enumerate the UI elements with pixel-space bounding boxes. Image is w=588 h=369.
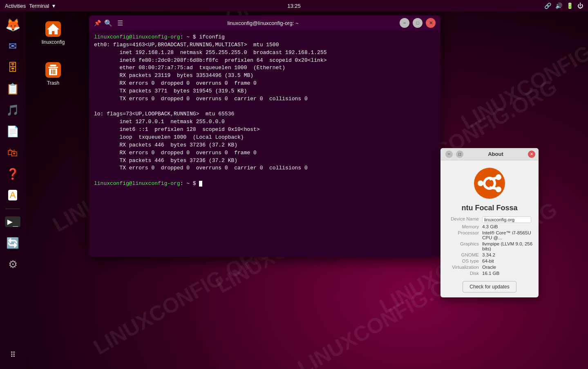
- terminal-line-1: linuxconfig@linuxconfig-org: ~ $ ifconfi…: [94, 34, 436, 41]
- graphics-row: Graphics llvmpipe (LLVM 9.0, 256 bits): [445, 241, 534, 251]
- dock-item-firefox[interactable]: 🦊: [3, 16, 22, 34]
- system-menu-icon[interactable]: ⏻: [577, 2, 583, 9]
- terminal-line-6: RX packets 23119 bytes 33534496 (33.5 MB…: [94, 72, 436, 80]
- disk-row: Disk 16.1 GB: [445, 271, 534, 276]
- close-button[interactable]: ✕: [426, 18, 436, 28]
- processor-row: Processor Intel® Core™ i7-8565U CPU @...: [445, 230, 534, 240]
- minimize-button[interactable]: −: [400, 18, 409, 28]
- gnome-label: GNOME: [445, 252, 482, 257]
- dock-item-docs[interactable]: 📄: [3, 122, 22, 141]
- terminal-line-5: ether 08:00:27:a7:75:ad txqueuelen 1000 …: [94, 64, 436, 72]
- terminal-menu-label[interactable]: Terminal: [29, 3, 49, 9]
- ubuntu-logo: [473, 167, 506, 200]
- terminal-line-12: inet 127.0.0.1 netmask 255.0.0.0: [94, 118, 436, 126]
- hamburger-icon[interactable]: ☰: [117, 19, 123, 27]
- pin-icon: 📌: [94, 20, 101, 26]
- dock-item-notes[interactable]: 📋: [3, 79, 22, 98]
- dock-item-amazon[interactable]: A: [3, 186, 22, 205]
- about-titlebar: − □ About ✕: [440, 148, 539, 160]
- maximize-button[interactable]: □: [413, 18, 423, 28]
- terminal-line-2: eth0: flags=4163<UP,BROADCAST,RUNNING,MU…: [94, 41, 436, 49]
- dock-item-appgrid[interactable]: ⠿: [3, 345, 22, 364]
- graphics-value: llvmpipe (LLVM 9.0, 256 bits): [482, 241, 534, 251]
- dock-item-terminal[interactable]: ▶_: [3, 212, 22, 231]
- dock-item-files[interactable]: 🗄: [3, 58, 22, 77]
- processor-value: Intel® Core™ i7-8565U CPU @...: [482, 230, 534, 240]
- search-icon[interactable]: 🔍: [104, 19, 112, 27]
- terminal-line-3: inet 192.168.1.28 netmask 255.255.255.0 …: [94, 49, 436, 57]
- svg-line-16: [490, 187, 496, 189]
- dock-divider: [5, 209, 20, 209]
- terminal-window-controls: − □ ✕: [400, 18, 436, 28]
- trash-label: Trash: [47, 80, 59, 86]
- topbar: Activities Terminal ▾ 13:25 🔗 🔊 🔋 ⏻: [0, 0, 588, 11]
- terminal-window: 📌 🔍 ☰ linuxconfig@linuxconfig-org: ~ − □…: [89, 16, 440, 257]
- terminal-line-8: TX packets 3771 bytes 319545 (319.5 KB): [94, 88, 436, 95]
- processor-label: Processor: [445, 230, 482, 235]
- cursor: [199, 181, 202, 187]
- dock-item-help[interactable]: ❓: [3, 164, 22, 183]
- about-maximize-button[interactable]: □: [456, 151, 463, 158]
- os-type-value: 64-bit: [482, 259, 534, 263]
- device-name-input[interactable]: [482, 216, 531, 223]
- chevron-down-icon: ▾: [52, 2, 55, 9]
- battery-icon[interactable]: 🔋: [566, 2, 573, 9]
- trash-icon: [44, 61, 63, 79]
- dock: 🦊 ✉ 🗄 📋 🎵 📄 🛍 ❓ A ▶_ 🔄 ⚙ ⠿: [0, 11, 25, 369]
- terminal-line-11: lo: flags=73<UP,LOOPBACK,RUNNING> mtu 65…: [94, 110, 436, 118]
- memory-value: 4.3 GiB: [482, 224, 534, 229]
- disk-label: Disk: [445, 271, 482, 276]
- topbar-time: 13:25: [287, 3, 301, 9]
- terminal-line-9: TX errors 0 dropped 0 overruns 0 carrier…: [94, 95, 436, 103]
- terminal-line-15: RX packets 446 bytes 37236 (37.2 KB): [94, 142, 436, 149]
- about-dialog: − □ About ✕ ntu Focal Fossa Device Name …: [440, 148, 539, 297]
- memory-label: Memory: [445, 224, 482, 229]
- desktop-icon-linuxconfig[interactable]: linuxconfig: [37, 20, 69, 45]
- desktop-icon-trash[interactable]: Trash: [37, 61, 69, 86]
- about-title: About: [463, 151, 528, 157]
- device-name-row: Device Name: [445, 216, 534, 223]
- check-updates-button[interactable]: Check for updates: [463, 281, 516, 292]
- terminal-prompt: linuxconfig@linuxconfig-org: ~ $: [94, 180, 436, 188]
- about-minimize-button[interactable]: −: [445, 151, 453, 158]
- about-body: ntu Focal Fossa Device Name Memory 4.3 G…: [440, 160, 539, 297]
- terminal-line-4: inet6 fe80::2dc0:208f:6d8b:f8fc prefixle…: [94, 57, 436, 65]
- about-os-name: ntu Focal Fossa: [461, 204, 517, 212]
- activities-label[interactable]: Activities: [5, 3, 26, 9]
- terminal-line-16: RX errors 0 dropped 0 overruns 0 frame 0: [94, 149, 436, 157]
- dock-item-appstore[interactable]: 🛍: [3, 143, 22, 162]
- gnome-value: 3.34.2: [482, 252, 534, 257]
- svg-point-11: [485, 179, 494, 187]
- volume-icon[interactable]: 🔊: [555, 2, 562, 9]
- topbar-right: 🔗 🔊 🔋 ⏻: [544, 2, 583, 9]
- terminal-line-17: TX packets 446 bytes 37236 (37.2 KB): [94, 157, 436, 165]
- about-close-button[interactable]: ✕: [528, 151, 535, 158]
- device-name-label: Device Name: [445, 216, 482, 221]
- terminal-line-14: loop txqueuelen 1000 (Local Loopback): [94, 134, 436, 142]
- dock-item-settings[interactable]: ⚙: [3, 255, 22, 274]
- terminal-line-13: inet6 ::1 prefixlen 128 scopeid 0x10<hos…: [94, 126, 436, 134]
- network-icon[interactable]: 🔗: [544, 2, 551, 9]
- svg-rect-4: [48, 67, 58, 68]
- svg-point-14: [478, 180, 483, 186]
- graphics-label: Graphics: [445, 241, 482, 246]
- dock-item-rhythmbox[interactable]: 🎵: [3, 101, 22, 119]
- linuxconfig-icon: [44, 20, 63, 38]
- os-type-row: OS type 64-bit: [445, 259, 534, 263]
- terminal-toolbar: 🔍 ☰: [104, 19, 123, 27]
- terminal-line-7: RX errors 0 dropped 0 overruns 0 frame 0: [94, 80, 436, 88]
- svg-line-15: [490, 178, 496, 179]
- disk-value: 16.1 GB: [482, 271, 534, 276]
- memory-row: Memory 4.3 GiB: [445, 224, 534, 229]
- os-type-label: OS type: [445, 259, 482, 263]
- terminal-line-19: [94, 172, 436, 180]
- virtualization-value: Oracle: [482, 265, 534, 270]
- dock-item-updates[interactable]: 🔄: [3, 234, 22, 252]
- terminal-title: linuxconfig@linuxconfig-org: ~: [126, 20, 400, 26]
- terminal-body[interactable]: linuxconfig@linuxconfig-org: ~ $ ifconfi…: [89, 30, 440, 257]
- linuxconfig-label: linuxconfig: [42, 39, 65, 45]
- terminal-titlebar: 📌 🔍 ☰ linuxconfig@linuxconfig-org: ~ − □…: [89, 16, 440, 30]
- svg-rect-3: [50, 65, 56, 66]
- dock-item-email[interactable]: ✉: [3, 37, 22, 56]
- virtualization-row: Virtualization Oracle: [445, 265, 534, 270]
